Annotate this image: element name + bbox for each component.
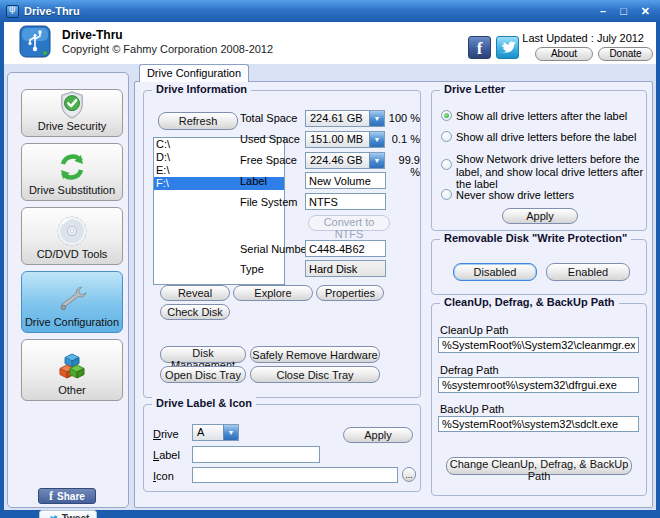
check-disk-button[interactable]: Check Disk bbox=[160, 304, 230, 320]
window-title: Drive-Thru bbox=[24, 5, 80, 17]
file-system-label: File System bbox=[240, 196, 297, 208]
sidebar-item-other[interactable]: Other bbox=[21, 339, 123, 401]
icon-input-label: Icon bbox=[153, 470, 174, 482]
cleanup-path-input[interactable] bbox=[438, 337, 639, 353]
radio-label[interactable]: Show Network drive letters before the la… bbox=[456, 153, 644, 191]
new-label-input[interactable] bbox=[192, 446, 320, 463]
facebook-icon[interactable]: f bbox=[468, 36, 491, 59]
browse-icon-button[interactable]: ... bbox=[402, 467, 416, 482]
chevron-down-icon[interactable]: ▼ bbox=[369, 111, 384, 126]
type-input bbox=[305, 260, 386, 277]
radio-letters-before-label[interactable] bbox=[441, 131, 452, 142]
defrag-path-label: Defrag Path bbox=[440, 364, 499, 376]
backup-path-input[interactable] bbox=[438, 416, 639, 432]
used-space-value: 151.00 MB bbox=[306, 132, 369, 147]
chevron-down-icon[interactable]: ▼ bbox=[223, 425, 238, 440]
total-space-label: Total Space bbox=[240, 112, 297, 124]
group-title: Drive Information bbox=[152, 83, 251, 95]
twitter-bird-icon bbox=[47, 513, 59, 518]
total-space-value: 224.61 GB bbox=[306, 111, 369, 126]
header: Drive-Thru Copyright © Fahmy Corporation… bbox=[4, 22, 656, 64]
disk-management-button[interactable]: Disk Management bbox=[160, 346, 246, 363]
tweet-label: Tweet bbox=[62, 513, 90, 518]
radio-label[interactable]: Show all drive letters after the label bbox=[456, 110, 642, 123]
label-input-label: Label bbox=[153, 449, 180, 461]
radio-label[interactable]: Never show drive letters bbox=[456, 189, 642, 202]
free-space-dropdown[interactable]: 224.46 GB ▼ bbox=[305, 152, 385, 169]
radio-letters-after-label[interactable] bbox=[441, 110, 452, 121]
sidebar-item-label: Drive Security bbox=[38, 120, 106, 132]
total-space-dropdown[interactable]: 224.61 GB ▼ bbox=[305, 110, 385, 127]
backup-path-label: BackUp Path bbox=[440, 403, 504, 415]
volume-label-input[interactable] bbox=[305, 172, 386, 189]
app-icon bbox=[6, 5, 19, 18]
about-button[interactable]: About bbox=[535, 47, 593, 61]
used-space-dropdown[interactable]: 151.00 MB ▼ bbox=[305, 131, 385, 148]
used-space-percent: 0.1 % bbox=[386, 133, 420, 145]
convert-to-ntfs-button[interactable]: Convert to NTFS bbox=[308, 215, 390, 231]
label-field-label: Label bbox=[240, 175, 267, 187]
tab-drive-configuration[interactable]: Drive Configuration bbox=[139, 64, 249, 82]
sidebar: Drive Security Drive Substitution CD/DVD… bbox=[7, 72, 129, 508]
drive-select-dropdown[interactable]: A ▼ bbox=[192, 424, 239, 441]
refresh-arrows-icon bbox=[55, 150, 89, 184]
tweet-button[interactable]: Tweet bbox=[39, 510, 97, 518]
change-paths-button[interactable]: Change CleanUp, Defrag, & BackUp Path bbox=[446, 457, 632, 475]
share-label: Share bbox=[57, 491, 85, 502]
explore-button[interactable]: Explore bbox=[233, 285, 313, 301]
safely-remove-hardware-button[interactable]: Safely Remove Hardware bbox=[250, 346, 380, 363]
title-bar: Drive-Thru – □ ✕ bbox=[0, 0, 660, 22]
open-disc-tray-button[interactable]: Open Disc Tray bbox=[160, 366, 246, 383]
app-name: Drive-Thru bbox=[62, 28, 123, 42]
radio-label[interactable]: Show all drive letters before the label bbox=[456, 131, 642, 144]
wrench-icon bbox=[55, 282, 89, 316]
minimize-button[interactable]: – bbox=[600, 0, 606, 22]
shield-check-icon bbox=[57, 90, 87, 120]
sidebar-item-cd-dvd-tools[interactable]: CD/DVD Tools bbox=[21, 207, 123, 265]
cd-disc-icon bbox=[55, 214, 89, 248]
free-space-label: Free Space bbox=[240, 154, 297, 166]
sidebar-item-label: Other bbox=[58, 384, 86, 396]
sidebar-item-drive-security[interactable]: Drive Security bbox=[21, 89, 123, 137]
group-title: Removable Disk "Write Protection" bbox=[440, 232, 631, 244]
group-title: CleanUp, Defrag, & BackUp Path bbox=[440, 296, 619, 308]
facebook-share-button[interactable]: f Share bbox=[38, 488, 96, 504]
donate-button[interactable]: Donate bbox=[598, 47, 653, 61]
type-label: Type bbox=[240, 263, 264, 275]
chevron-down-icon[interactable]: ▼ bbox=[369, 132, 384, 147]
refresh-button[interactable]: Refresh bbox=[158, 112, 238, 130]
file-system-input[interactable] bbox=[305, 193, 386, 210]
sidebar-item-drive-substitution[interactable]: Drive Substitution bbox=[21, 143, 123, 201]
radio-never-show-letters[interactable] bbox=[441, 189, 452, 200]
app-window: Drive-Thru – □ ✕ Drive-Thru Copyright © … bbox=[0, 0, 660, 518]
icon-path-input[interactable] bbox=[192, 467, 398, 483]
defrag-path-input[interactable] bbox=[438, 377, 639, 393]
write-protection-disabled-button[interactable]: Disabled bbox=[453, 263, 537, 281]
radio-network-before-local-after[interactable] bbox=[441, 159, 452, 170]
maximize-button[interactable]: □ bbox=[620, 0, 627, 22]
free-space-percent: 99.9 % bbox=[386, 154, 420, 178]
cubes-icon bbox=[55, 350, 89, 384]
copyright-text: Copyright © Fahmy Corporation 2008-2012 bbox=[62, 43, 273, 55]
serial-number-input[interactable] bbox=[305, 240, 386, 257]
label-icon-apply-button[interactable]: Apply bbox=[343, 427, 413, 443]
group-title: Drive Letter bbox=[440, 83, 509, 95]
sidebar-item-label: Drive Configuration bbox=[25, 316, 119, 328]
drive-letter-apply-button[interactable]: Apply bbox=[502, 208, 578, 224]
close-button[interactable]: ✕ bbox=[641, 0, 650, 22]
sidebar-item-drive-configuration[interactable]: Drive Configuration bbox=[21, 271, 123, 333]
serial-number-label: Serial Number bbox=[240, 243, 310, 255]
properties-button[interactable]: Properties bbox=[316, 285, 384, 301]
facebook-f-icon: f bbox=[49, 489, 53, 504]
twitter-icon[interactable] bbox=[496, 36, 519, 59]
free-space-value: 224.46 GB bbox=[306, 153, 369, 168]
drive-select-value: A bbox=[193, 425, 223, 440]
last-updated-text: Last Updated : July 2012 bbox=[522, 32, 644, 44]
close-disc-tray-button[interactable]: Close Disc Tray bbox=[250, 366, 380, 383]
chevron-down-icon[interactable]: ▼ bbox=[369, 153, 384, 168]
reveal-button[interactable]: Reveal bbox=[160, 285, 230, 301]
sidebar-item-label: CD/DVD Tools bbox=[37, 248, 108, 260]
drive-select-label: Drive bbox=[153, 428, 179, 440]
group-title: Drive Label & Icon bbox=[152, 397, 256, 409]
write-protection-enabled-button[interactable]: Enabled bbox=[546, 263, 630, 281]
